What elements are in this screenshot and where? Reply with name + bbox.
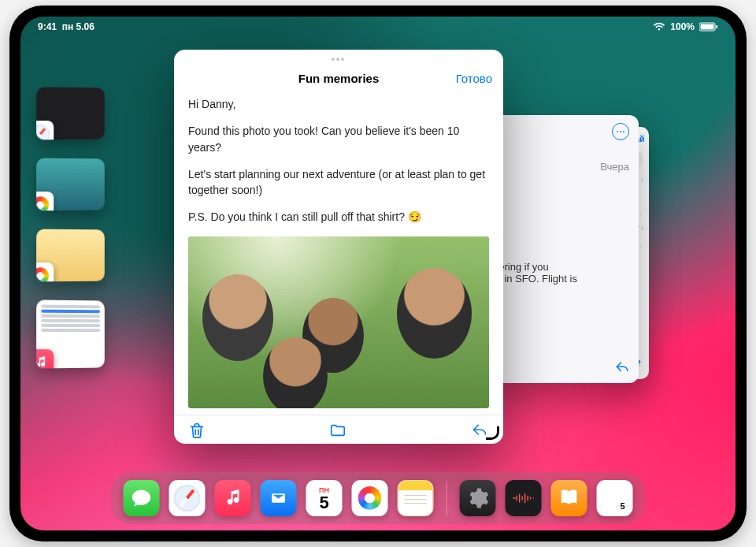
resize-handle-icon[interactable] (487, 428, 502, 442)
stage-manager-stack (36, 87, 106, 368)
status-date: пн 5.06 (62, 21, 94, 32)
mail-list-window[interactable]: ⋯ Вчера (481, 115, 639, 383)
trash-icon[interactable] (188, 422, 206, 439)
email-body: Hi Danny, Found this photo you took! Can… (174, 96, 503, 415)
folder-icon[interactable] (328, 422, 347, 439)
more-icon[interactable]: ⋯ (612, 123, 629, 140)
music-icon (36, 349, 54, 368)
ipad-frame: 9:41 пн 5.06 100% (9, 6, 747, 541)
email-toolbar (174, 415, 503, 444)
yesterday-label: Вчера (491, 161, 629, 173)
dock: ПН 5 (111, 472, 646, 524)
email-line-2: Let's start planning our next adventure … (188, 166, 489, 199)
battery-percent: 100% (670, 21, 695, 32)
done-button[interactable]: Готово (456, 72, 492, 85)
status-right: 100% (653, 21, 718, 32)
dock-safari[interactable] (169, 480, 206, 516)
wifi-icon (653, 22, 665, 32)
email-line-3: P.S. Do you think I can still pull off t… (188, 209, 489, 225)
dock-mail[interactable] (261, 480, 297, 516)
dock-notes[interactable] (398, 480, 434, 516)
stage-item-music[interactable] (36, 300, 105, 368)
status-left: 9:41 пн 5.06 (38, 21, 94, 32)
dock-calendar[interactable]: ПН 5 (306, 480, 343, 516)
svg-rect-2 (716, 25, 717, 28)
window-grabber-icon[interactable]: ••• (332, 54, 346, 65)
photos-icon (36, 192, 54, 210)
photos-icon (36, 262, 54, 281)
email-photo-attachment[interactable] (188, 236, 489, 408)
mail-preview-text: dering if you m in SFO. Flight is (493, 261, 627, 285)
reply-icon[interactable] (613, 360, 631, 377)
dock-separator (447, 481, 447, 515)
dock-recent-split[interactable] (597, 480, 633, 516)
dock-photos[interactable] (352, 480, 388, 516)
email-title: Fun memories (298, 72, 380, 85)
stage-item-photos-2[interactable] (36, 229, 105, 282)
dock-messages[interactable] (124, 480, 160, 516)
dock-settings[interactable] (460, 480, 496, 516)
email-line-1: Found this photo you took! Can you belie… (188, 123, 489, 155)
safari-icon (36, 121, 54, 140)
svg-rect-1 (701, 24, 714, 30)
dock-music[interactable] (215, 480, 251, 516)
email-header: Fun memories Готово (174, 65, 503, 96)
battery-icon (699, 22, 718, 32)
calendar-day: 5 (319, 494, 328, 512)
dock-voice-memos[interactable] (506, 480, 542, 516)
email-window[interactable]: ••• Fun memories Готово Hi Danny, Found … (174, 50, 503, 444)
stage-item-safari[interactable] (36, 87, 105, 140)
dock-books[interactable] (551, 480, 587, 516)
status-bar: 9:41 пн 5.06 100% (38, 21, 718, 32)
screen: 9:41 пн 5.06 100% (20, 17, 736, 530)
status-time: 9:41 (38, 21, 57, 32)
email-greeting: Hi Danny, (188, 96, 489, 112)
stage-item-photos-1[interactable] (36, 158, 105, 211)
